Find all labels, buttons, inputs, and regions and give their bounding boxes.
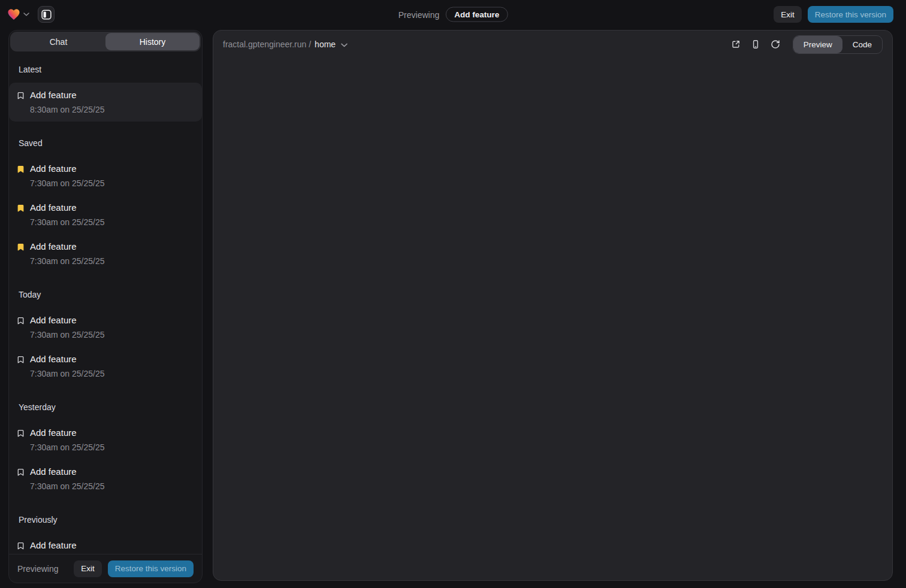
footer-status-label: Previewing — [17, 564, 58, 574]
history-list: Latest Add feature 8:30am on 25/25/25 Sa… — [9, 53, 202, 554]
history-item[interactable]: Add feature 7:30am on 25/25/25 — [9, 347, 202, 386]
bookmark-outline-icon — [16, 91, 25, 100]
section-title-today: Today — [9, 289, 202, 301]
version-badge: Add feature — [446, 7, 508, 22]
bookmark-outline-icon — [16, 316, 25, 325]
bookmark-filled-icon — [16, 165, 25, 174]
section-title-previously: Previously — [9, 514, 202, 526]
history-item[interactable]: Add feature 7:30am on 25/25/25 — [9, 533, 202, 554]
workspace-menu-button[interactable] — [7, 8, 29, 20]
history-item-timestamp: 7:30am on 25/25/25 — [30, 480, 105, 492]
history-item[interactable]: Add feature 7:30am on 25/25/25 — [9, 234, 202, 273]
history-item[interactable]: Add feature 8:30am on 25/25/25 — [9, 83, 202, 122]
breadcrumb-domain: fractal.gptengineer.run / — [223, 40, 311, 49]
breadcrumb-page: home — [315, 40, 336, 49]
preview-header: fractal.gptengineer.run / home Preview C… — [213, 31, 892, 58]
bookmark-filled-icon — [16, 243, 25, 251]
history-item-title: Add feature — [30, 314, 105, 327]
external-link-icon — [731, 40, 741, 49]
panel-left-icon — [41, 10, 52, 20]
preview-viewport[interactable] — [213, 58, 892, 580]
history-item[interactable]: Add feature 7:30am on 25/25/25 — [9, 195, 202, 234]
heart-logo-icon — [7, 8, 20, 20]
history-item[interactable]: Add feature 7:30am on 25/25/25 — [9, 459, 202, 498]
tab-code[interactable]: Code — [842, 36, 882, 53]
history-item-title: Add feature — [30, 89, 105, 102]
open-in-new-tab-button[interactable] — [729, 37, 743, 51]
bookmark-outline-icon — [16, 468, 25, 477]
preview-panel: fractal.gptengineer.run / home Preview C… — [213, 30, 893, 581]
history-item-title: Add feature — [30, 539, 105, 552]
bookmark-outline-icon — [16, 541, 25, 550]
tab-chat[interactable]: Chat — [11, 33, 105, 50]
exit-button[interactable]: Exit — [774, 6, 802, 23]
history-item-timestamp: 7:30am on 25/25/25 — [30, 368, 105, 380]
history-item-title: Add feature — [30, 240, 105, 253]
history-item-title: Add feature — [30, 353, 105, 366]
history-item-timestamp: 7:30am on 25/25/25 — [30, 441, 105, 453]
history-item-title: Add feature — [30, 465, 105, 478]
section-title-yesterday: Yesterday — [9, 401, 202, 413]
top-bar: Previewing Add feature Exit Restore this… — [0, 0, 906, 29]
smartphone-icon — [751, 40, 760, 49]
history-item-timestamp: 7:30am on 25/25/25 — [30, 177, 105, 189]
breadcrumb[interactable]: fractal.gptengineer.run / home — [223, 40, 348, 49]
tab-history[interactable]: History — [105, 33, 200, 50]
chevron-down-icon — [23, 13, 29, 16]
mobile-view-button[interactable] — [748, 37, 763, 51]
history-item-timestamp: 7:30am on 25/25/25 — [30, 329, 105, 341]
history-item[interactable]: Add feature 7:30am on 25/25/25 — [9, 420, 202, 459]
bookmark-outline-icon — [16, 429, 25, 438]
bookmark-outline-icon — [16, 355, 25, 364]
preview-toolbar: Preview Code — [729, 35, 883, 54]
view-mode-toggle: Preview Code — [793, 35, 883, 54]
history-item[interactable]: Add feature 7:30am on 25/25/25 — [9, 308, 202, 347]
history-item-title: Add feature — [30, 426, 105, 440]
exit-button[interactable]: Exit — [74, 560, 102, 577]
topbar-actions: Exit Restore this version — [774, 6, 893, 23]
section-title-latest: Latest — [9, 63, 202, 75]
preview-status: Previewing Add feature — [398, 7, 508, 22]
history-item-timestamp: 7:30am on 25/25/25 — [30, 216, 105, 228]
history-item-title: Add feature — [30, 162, 105, 175]
sidebar-tabs: Chat History — [10, 32, 201, 51]
history-item[interactable]: Add feature 7:30am on 25/25/25 — [9, 156, 202, 195]
refresh-icon — [771, 40, 780, 49]
history-item-timestamp: 7:30am on 25/25/25 — [30, 255, 105, 267]
history-item-timestamp: 8:30am on 25/25/25 — [30, 104, 105, 116]
bookmark-filled-icon — [16, 204, 25, 213]
history-item-title: Add feature — [30, 201, 105, 214]
restore-version-button[interactable]: Restore this version — [108, 560, 194, 577]
restore-version-button[interactable]: Restore this version — [808, 6, 893, 23]
history-sidebar: Chat History Latest Add feature 8:30am o… — [8, 30, 203, 583]
sidebar-toggle-button[interactable] — [38, 6, 55, 23]
chevron-down-icon — [341, 43, 348, 47]
section-title-saved: Saved — [9, 137, 202, 149]
sidebar-footer: Previewing Exit Restore this version — [9, 554, 202, 583]
tab-preview[interactable]: Preview — [793, 36, 842, 53]
refresh-button[interactable] — [768, 37, 783, 51]
previewing-label: Previewing — [398, 10, 439, 19]
